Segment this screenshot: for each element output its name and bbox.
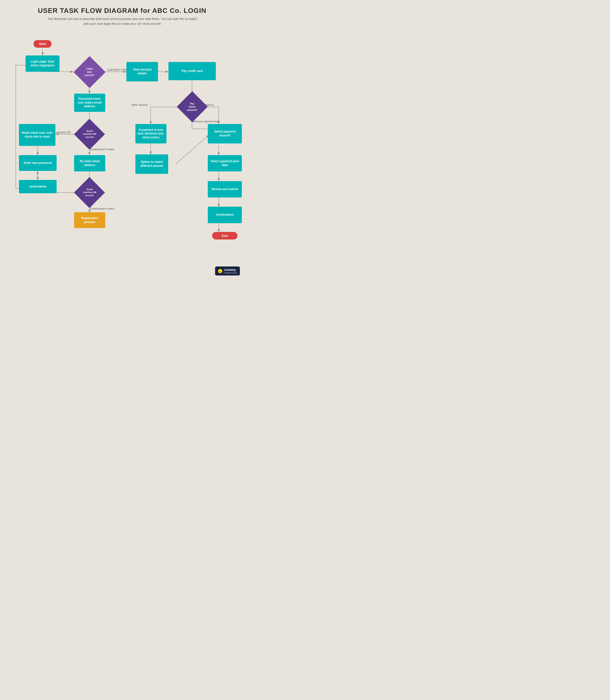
- select-payment-post-label: Select payment post date: [208, 155, 242, 171]
- pay-credit-card-node: Pay credit card: [168, 62, 216, 80]
- creately-badge: 💡 creately Diagramming: [215, 267, 240, 275]
- if-payment-less-label: If payment is less than minimum due, sho…: [135, 124, 166, 143]
- registration-label: Registration process: [74, 212, 105, 228]
- login-correct-node: Logininfocorrect?: [74, 60, 106, 84]
- page-container: USER TASK FLOW DIAGRAM for ABC Co. LOGIN…: [0, 0, 244, 280]
- login-page-label: Login page: User enters login/pass: [26, 55, 60, 72]
- registration-node: Registration process: [74, 212, 105, 228]
- view-account-node: View account details: [126, 62, 158, 81]
- option-select-amount-label: Option to select different amount: [135, 154, 168, 174]
- select-payment-post-node: Select payment post date: [208, 155, 242, 171]
- bulb-icon: 💡: [218, 269, 222, 273]
- pay-which-amount-node: Paywhichamount?: [181, 95, 204, 118]
- label-email-doesnt-match1: Email doesn't match: [91, 148, 114, 151]
- creately-text: creately Diagramming: [224, 268, 237, 274]
- label-other-amount: Other amount: [131, 104, 147, 106]
- email-matches-db1-node: Emailmatches DBrecords: [78, 122, 101, 146]
- view-account-label: View account details: [126, 62, 158, 81]
- label-email-doesnt-match2: Email doesn't match: [91, 207, 114, 210]
- start-node: Start: [34, 40, 51, 49]
- password-reset-label: Password reset: user enters email addres…: [74, 94, 105, 112]
- option-select-amount-node: Option to select different amount: [135, 154, 168, 174]
- end-node: End: [212, 232, 238, 241]
- select-payment-account-label: Select payment account: [208, 124, 242, 143]
- review-submit-node: Review and submit: [208, 181, 242, 197]
- svg-line-21: [176, 135, 209, 164]
- page-title: USER TASK FLOW DIAGRAM for ABC Co. LOGIN: [15, 7, 230, 15]
- email-matches-db2-node: Emailmatches DBrecord?: [78, 181, 101, 204]
- page-subtitle: This flowchart can use to describe both …: [47, 17, 197, 26]
- reset-email-label: Reset email sent: user clicks link to re…: [19, 124, 55, 146]
- label-login-pass: Login/pass correct: [107, 68, 129, 71]
- if-payment-less-node: If payment is less than minimum due, sho…: [135, 124, 166, 143]
- confirmation-right-label: Confirmation: [208, 207, 242, 223]
- enter-password-node: Enter new password: [19, 155, 57, 171]
- enter-password-label: Enter new password: [19, 155, 57, 171]
- select-payment-account-node: Select payment account: [208, 124, 242, 143]
- password-reset-node: Password reset: user enters email addres…: [74, 94, 105, 112]
- review-submit-label: Review and submit: [208, 181, 242, 197]
- label-minimum-payment: Minimum payment due: [192, 120, 219, 123]
- confirmation-left-label: confirmation: [19, 180, 57, 193]
- re-enter-email-label: Re enter email address: [74, 155, 105, 171]
- end-label: End: [212, 232, 238, 239]
- confirmation-left-node: confirmation: [19, 180, 57, 193]
- reset-email-node: Reset email sent: user clicks link to re…: [19, 124, 55, 146]
- login-page-node: Login page: User enters login/pass: [26, 55, 60, 72]
- confirmation-right-node: Confirmation: [208, 207, 242, 223]
- header: USER TASK FLOW DIAGRAM for ABC Co. LOGIN…: [0, 0, 244, 30]
- re-enter-email-node: Re enter email address: [74, 155, 105, 171]
- start-label: Start: [34, 40, 51, 48]
- pay-credit-card-label: Pay credit card: [168, 62, 216, 80]
